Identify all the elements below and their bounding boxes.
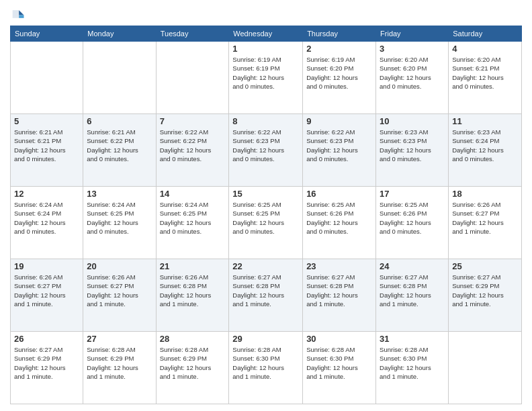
svg-marker-0 <box>19 10 24 15</box>
day-number: 22 <box>232 261 299 271</box>
calendar-cell: 6Sunrise: 6:21 AMSunset: 6:22 PMDaylight… <box>83 114 156 187</box>
calendar-cell: 9Sunrise: 6:22 AMSunset: 6:23 PMDaylight… <box>303 114 376 187</box>
calendar-week-row: 5Sunrise: 6:21 AMSunset: 6:21 PMDaylight… <box>11 114 522 187</box>
day-info: Sunrise: 6:25 AMSunset: 6:25 PMDaylight:… <box>232 200 299 236</box>
day-number: 20 <box>87 261 152 271</box>
calendar-cell: 10Sunrise: 6:23 AMSunset: 6:23 PMDayligh… <box>376 114 449 187</box>
calendar-cell: 21Sunrise: 6:26 AMSunset: 6:28 PMDayligh… <box>156 259 229 332</box>
day-info: Sunrise: 6:28 AMSunset: 6:30 PMDaylight:… <box>306 345 372 381</box>
day-info: Sunrise: 6:28 AMSunset: 6:29 PMDaylight:… <box>160 345 226 381</box>
weekday-header-saturday: Saturday <box>449 26 522 42</box>
day-number: 29 <box>232 334 299 344</box>
day-number: 9 <box>306 116 372 126</box>
day-info: Sunrise: 6:28 AMSunset: 6:30 PMDaylight:… <box>380 345 445 381</box>
calendar-cell: 8Sunrise: 6:22 AMSunset: 6:23 PMDaylight… <box>229 114 303 187</box>
day-number: 11 <box>452 116 518 126</box>
day-number: 25 <box>452 261 518 271</box>
day-number: 2 <box>306 44 372 54</box>
calendar-cell: 27Sunrise: 6:28 AMSunset: 6:29 PMDayligh… <box>83 332 156 404</box>
calendar-cell: 5Sunrise: 6:21 AMSunset: 6:21 PMDaylight… <box>11 114 83 187</box>
header <box>10 7 522 21</box>
calendar-cell: 17Sunrise: 6:25 AMSunset: 6:26 PMDayligh… <box>376 187 449 259</box>
calendar-week-row: 1Sunrise: 6:19 AMSunset: 6:19 PMDaylight… <box>11 42 522 114</box>
day-number: 12 <box>14 189 79 199</box>
calendar-cell: 20Sunrise: 6:26 AMSunset: 6:27 PMDayligh… <box>83 259 156 332</box>
day-info: Sunrise: 6:20 AMSunset: 6:21 PMDaylight:… <box>452 55 518 91</box>
day-info: Sunrise: 6:26 AMSunset: 6:27 PMDaylight:… <box>87 273 152 308</box>
calendar-cell: 1Sunrise: 6:19 AMSunset: 6:19 PMDaylight… <box>229 42 303 114</box>
day-number: 13 <box>87 189 152 199</box>
day-info: Sunrise: 6:27 AMSunset: 6:28 PMDaylight:… <box>232 273 299 308</box>
day-info: Sunrise: 6:21 AMSunset: 6:22 PMDaylight:… <box>87 128 152 163</box>
calendar-cell <box>449 332 522 404</box>
weekday-header-friday: Friday <box>376 26 449 42</box>
weekday-header-wednesday: Wednesday <box>229 26 303 42</box>
weekday-header-tuesday: Tuesday <box>156 26 229 42</box>
logo <box>10 7 25 21</box>
calendar-cell: 13Sunrise: 6:24 AMSunset: 6:25 PMDayligh… <box>83 187 156 259</box>
day-number: 7 <box>160 116 226 126</box>
day-info: Sunrise: 6:26 AMSunset: 6:27 PMDaylight:… <box>452 200 518 236</box>
day-number: 23 <box>306 261 372 271</box>
day-number: 10 <box>380 116 445 126</box>
day-number: 5 <box>14 116 79 126</box>
day-info: Sunrise: 6:19 AMSunset: 6:20 PMDaylight:… <box>306 55 372 91</box>
day-info: Sunrise: 6:26 AMSunset: 6:28 PMDaylight:… <box>160 273 226 308</box>
calendar-cell: 29Sunrise: 6:28 AMSunset: 6:30 PMDayligh… <box>229 332 303 404</box>
day-number: 27 <box>87 334 152 344</box>
day-info: Sunrise: 6:21 AMSunset: 6:21 PMDaylight:… <box>14 128 79 163</box>
calendar-cell: 31Sunrise: 6:28 AMSunset: 6:30 PMDayligh… <box>376 332 449 404</box>
day-info: Sunrise: 6:24 AMSunset: 6:25 PMDaylight:… <box>160 200 226 236</box>
day-info: Sunrise: 6:22 AMSunset: 6:22 PMDaylight:… <box>160 128 226 163</box>
calendar-cell: 18Sunrise: 6:26 AMSunset: 6:27 PMDayligh… <box>449 187 522 259</box>
calendar-cell: 3Sunrise: 6:20 AMSunset: 6:20 PMDaylight… <box>376 42 449 114</box>
day-number: 26 <box>14 334 79 344</box>
day-number: 8 <box>232 116 299 126</box>
calendar-cell: 7Sunrise: 6:22 AMSunset: 6:22 PMDaylight… <box>156 114 229 187</box>
svg-marker-2 <box>13 10 19 18</box>
day-info: Sunrise: 6:24 AMSunset: 6:25 PMDaylight:… <box>87 200 152 236</box>
calendar-cell: 19Sunrise: 6:26 AMSunset: 6:27 PMDayligh… <box>11 259 83 332</box>
calendar-cell: 16Sunrise: 6:25 AMSunset: 6:26 PMDayligh… <box>303 187 376 259</box>
day-number: 17 <box>380 189 445 199</box>
day-info: Sunrise: 6:27 AMSunset: 6:29 PMDaylight:… <box>14 345 79 381</box>
weekday-header-sunday: Sunday <box>11 26 83 42</box>
day-number: 30 <box>306 334 372 344</box>
day-number: 18 <box>452 189 518 199</box>
calendar-cell: 11Sunrise: 6:23 AMSunset: 6:24 PMDayligh… <box>449 114 522 187</box>
svg-marker-1 <box>19 15 24 17</box>
day-number: 6 <box>87 116 152 126</box>
calendar-cell: 2Sunrise: 6:19 AMSunset: 6:20 PMDaylight… <box>303 42 376 114</box>
calendar-cell: 14Sunrise: 6:24 AMSunset: 6:25 PMDayligh… <box>156 187 229 259</box>
calendar-table: SundayMondayTuesdayWednesdayThursdayFrid… <box>10 26 522 404</box>
day-number: 19 <box>14 261 79 271</box>
day-number: 15 <box>232 189 299 199</box>
day-info: Sunrise: 6:22 AMSunset: 6:23 PMDaylight:… <box>232 128 299 163</box>
calendar-cell: 4Sunrise: 6:20 AMSunset: 6:21 PMDaylight… <box>449 42 522 114</box>
day-info: Sunrise: 6:28 AMSunset: 6:30 PMDaylight:… <box>232 345 299 381</box>
calendar-week-row: 19Sunrise: 6:26 AMSunset: 6:27 PMDayligh… <box>11 259 522 332</box>
weekday-header-monday: Monday <box>83 26 156 42</box>
day-info: Sunrise: 6:27 AMSunset: 6:28 PMDaylight:… <box>380 273 445 308</box>
day-info: Sunrise: 6:22 AMSunset: 6:23 PMDaylight:… <box>306 128 372 163</box>
calendar-cell: 28Sunrise: 6:28 AMSunset: 6:29 PMDayligh… <box>156 332 229 404</box>
day-info: Sunrise: 6:25 AMSunset: 6:26 PMDaylight:… <box>380 200 445 236</box>
calendar-cell: 25Sunrise: 6:27 AMSunset: 6:29 PMDayligh… <box>449 259 522 332</box>
day-number: 14 <box>160 189 226 199</box>
day-number: 4 <box>452 44 518 54</box>
calendar-cell: 15Sunrise: 6:25 AMSunset: 6:25 PMDayligh… <box>229 187 303 259</box>
day-info: Sunrise: 6:27 AMSunset: 6:28 PMDaylight:… <box>306 273 372 308</box>
day-number: 16 <box>306 189 372 199</box>
calendar-cell: 23Sunrise: 6:27 AMSunset: 6:28 PMDayligh… <box>303 259 376 332</box>
day-number: 31 <box>380 334 445 344</box>
calendar-cell: 12Sunrise: 6:24 AMSunset: 6:24 PMDayligh… <box>11 187 83 259</box>
day-info: Sunrise: 6:23 AMSunset: 6:23 PMDaylight:… <box>380 128 445 163</box>
calendar-cell: 24Sunrise: 6:27 AMSunset: 6:28 PMDayligh… <box>376 259 449 332</box>
calendar-cell: 22Sunrise: 6:27 AMSunset: 6:28 PMDayligh… <box>229 259 303 332</box>
weekday-header-row: SundayMondayTuesdayWednesdayThursdayFrid… <box>11 26 522 42</box>
day-info: Sunrise: 6:20 AMSunset: 6:20 PMDaylight:… <box>380 55 445 91</box>
logo-icon <box>10 7 25 21</box>
calendar-week-row: 26Sunrise: 6:27 AMSunset: 6:29 PMDayligh… <box>11 332 522 404</box>
calendar-cell <box>83 42 156 114</box>
calendar-cell: 30Sunrise: 6:28 AMSunset: 6:30 PMDayligh… <box>303 332 376 404</box>
